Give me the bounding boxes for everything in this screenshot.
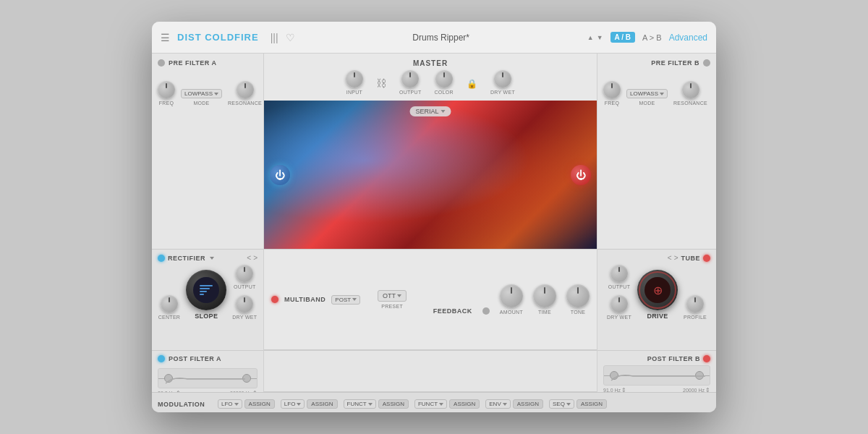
multi-feedback-panel: MULTIBAND POST OTT PRESET xyxy=(264,250,597,350)
post-filter-b-graph[interactable] xyxy=(603,365,710,386)
rect-output-knob[interactable] xyxy=(236,265,253,282)
post-filter-a-panel: POST FILTER A 20.0 Hz ⇕ 200 xyxy=(152,350,264,392)
mod-type-1[interactable]: LFO xyxy=(281,399,305,409)
nav-down-arrow[interactable]: ▼ xyxy=(597,34,603,41)
plugin-title: DIST COLDFIRE xyxy=(177,32,259,43)
slope-line-3 xyxy=(200,291,207,292)
mod-type-3-chevron xyxy=(439,403,443,406)
assign-button-4[interactable]: ASSIGN xyxy=(513,399,543,409)
power-button-right[interactable]: ⏻ xyxy=(571,165,591,185)
master-drywet-group: DRY WET xyxy=(490,70,515,95)
master-input-knob[interactable] xyxy=(346,70,363,88)
master-drywet-knob[interactable] xyxy=(494,70,511,88)
post-filter-a-led[interactable] xyxy=(158,355,165,362)
slope-inner xyxy=(193,277,219,303)
mod-slot-row: MODULATION LFO ASSIGN LFO ASSIGN xyxy=(152,392,716,412)
multiband-led[interactable] xyxy=(271,296,278,303)
mod-type-2[interactable]: FUNCT xyxy=(344,399,376,409)
rectifier-led[interactable] xyxy=(158,255,165,262)
menu-icon[interactable]: ☰ xyxy=(161,32,170,43)
post-filter-a-graph[interactable] xyxy=(158,368,258,388)
plugin-window: ☰ DIST COLDFIRE ||| ♡ Drums Ripper* ▲ ▼ … xyxy=(152,22,716,412)
freq-knob[interactable] xyxy=(158,81,175,98)
profile-group: Profile xyxy=(684,295,707,320)
rect-nav-left[interactable]: < xyxy=(247,254,251,262)
assign-button-0[interactable]: ASSIGN xyxy=(244,399,275,409)
master-output-knob[interactable] xyxy=(401,70,419,88)
mode-group: LOWPASS MODE xyxy=(181,89,222,106)
mod-slot-4: ENV ASSIGN xyxy=(485,399,543,409)
chain-icon: ⛓ xyxy=(376,77,386,95)
center-sections: MULTIBAND POST OTT PRESET xyxy=(264,249,597,350)
tone-knob[interactable] xyxy=(566,284,590,307)
serial-badge[interactable]: SERIAL xyxy=(409,106,451,116)
center-knob[interactable] xyxy=(161,295,178,312)
tube-drywet-knob[interactable] xyxy=(610,295,628,312)
mod-type-5[interactable]: SEQ xyxy=(549,399,574,409)
time-knob[interactable] xyxy=(533,284,556,307)
pf-b-resonance-group: RESONANCE xyxy=(673,81,707,106)
rectifier-knobs: CENTER xyxy=(158,265,258,320)
master-color-knob[interactable] xyxy=(435,70,453,88)
multiband-left: MULTIBAND POST xyxy=(271,295,360,305)
mode-dropdown[interactable]: LOWPASS xyxy=(181,89,222,98)
tube-nav-right[interactable]: > xyxy=(674,254,678,262)
power-button-left[interactable]: ⏻ xyxy=(270,165,290,185)
mod-type-5-chevron xyxy=(566,403,571,406)
rect-drywet-knob[interactable] xyxy=(236,295,253,312)
mod-slot-2: FUNCT ASSIGN xyxy=(344,399,409,409)
slope-knob[interactable] xyxy=(186,270,226,310)
post-filter-b-led[interactable] xyxy=(703,355,710,362)
multiband-post-dropdown[interactable]: POST xyxy=(331,295,360,305)
post-filter-b-title: POST FILTER B xyxy=(647,355,700,362)
pf-b-freq-group: FREQ xyxy=(603,81,621,106)
assign-button-5[interactable]: ASSIGN xyxy=(576,399,607,409)
pre-filter-b-header: PRE FILTER B xyxy=(603,59,710,67)
tube-output-knob[interactable] xyxy=(610,265,628,282)
mod-type-0[interactable]: LFO xyxy=(218,399,242,409)
feedback-title: FEEDBACK xyxy=(433,307,472,315)
slope-lines xyxy=(200,285,213,295)
resonance-knob[interactable] xyxy=(237,81,254,98)
pf-b-mode-dropdown[interactable]: LOWPASS xyxy=(626,89,668,98)
preset-name[interactable]: Drums Ripper* xyxy=(302,33,580,43)
amount-knob[interactable] xyxy=(500,284,523,307)
rect-nav-right[interactable]: > xyxy=(253,254,258,262)
art-background xyxy=(264,101,597,249)
library-icon[interactable]: ||| xyxy=(271,32,278,43)
mod-type-3[interactable]: FUNCT xyxy=(414,399,447,409)
tube-led[interactable] xyxy=(703,255,710,262)
assign-button-1[interactable]: ASSIGN xyxy=(307,399,337,409)
favorite-icon[interactable]: ♡ xyxy=(286,32,295,43)
assign-button-2[interactable]: ASSIGN xyxy=(378,399,409,409)
rect-output-label: OUTPUT xyxy=(234,284,256,289)
middle-row: RECTIFIER < > CENTER xyxy=(152,249,716,350)
preset-dropdown[interactable]: OTT xyxy=(378,290,407,302)
post-filter-a-title: POST FILTER A xyxy=(169,355,221,362)
pre-filter-a-led[interactable] xyxy=(158,59,165,67)
rectifier-nav: < > xyxy=(247,254,258,262)
pre-filter-b-led[interactable] xyxy=(703,59,710,67)
tube-nav-left[interactable]: < xyxy=(668,254,672,262)
nav-up-arrow[interactable]: ▲ xyxy=(587,34,594,41)
mod-slot-0: LFO ASSIGN xyxy=(218,399,275,409)
master-input-label: INPUT xyxy=(346,90,363,95)
pf-b-resonance-knob[interactable] xyxy=(682,81,699,98)
tube-knobs: OUTPUT DRY WET ⊕ DRIVE xyxy=(603,265,710,320)
advanced-button[interactable]: Advanced xyxy=(669,33,707,43)
drive-knob[interactable]: ⊕ xyxy=(637,270,678,310)
rectifier-title-group: RECTIFIER xyxy=(158,255,214,262)
mod-type-4[interactable]: ENV xyxy=(485,399,510,409)
profile-knob[interactable] xyxy=(686,295,704,312)
pf-b-freq-knob[interactable] xyxy=(603,81,621,98)
time-group: TIME xyxy=(533,284,556,315)
main-content: PRE FILTER A FREQ LOWPASS xyxy=(152,54,716,412)
pre-filter-a-knobs: FREQ LOWPASS MODE RESONANCE xyxy=(158,81,258,106)
mod-slot-3: FUNCT ASSIGN xyxy=(414,399,480,409)
resonance-label: RESONANCE xyxy=(228,101,262,106)
slope-line-4 xyxy=(200,294,204,295)
feedback-led[interactable] xyxy=(482,307,490,315)
assign-button-3[interactable]: ASSIGN xyxy=(449,399,480,409)
rect-drywet-group: DRY WET xyxy=(232,295,257,320)
ab-toggle[interactable]: A / B xyxy=(610,32,635,43)
